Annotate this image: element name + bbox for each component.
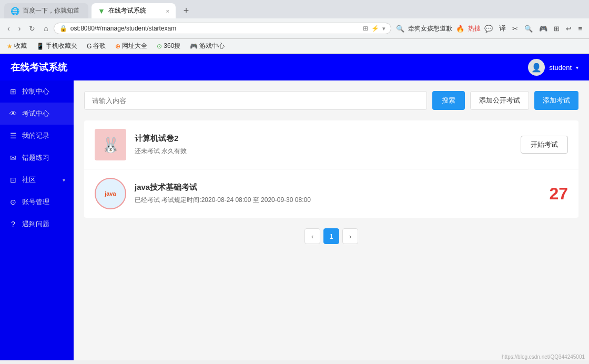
back-btn[interactable]: ‹: [4, 22, 13, 35]
bookmarks-bar: ★ 收藏 📱 手机收藏夹 G 谷歌 ⊕ 网址大全 ⊙ 360搜 🎮 游戏中心: [0, 39, 589, 54]
address-bar-bolt-icon: ⚡: [371, 25, 379, 32]
exam-score: 27: [549, 184, 568, 204]
sidebar-community-left: ⊡ 社区: [8, 175, 36, 185]
home-btn[interactable]: ⌂: [40, 22, 51, 35]
exam-cover-rabbit: 🐰: [95, 129, 126, 160]
sidebar-item-wrong-practice-label: 错题练习: [22, 153, 49, 163]
avatar: 👤: [528, 59, 545, 76]
search-input[interactable]: [84, 91, 427, 110]
sidebar-item-help[interactable]: ? 遇到问题: [0, 213, 74, 235]
sidebar: ⊞ 控制中心 👁 考试中心 ☰ 我的记录 ✉ 错题练习 ⊡ 社区 ▾: [0, 80, 74, 360]
exam-tab-label: 在线考试系统: [108, 6, 146, 15]
my-records-icon: ☰: [8, 132, 18, 140]
pagination: ‹ 1 ›: [84, 228, 578, 244]
rabbit-emoji: 🐰: [101, 136, 120, 154]
exam-title-2: java技术基础考试: [135, 183, 541, 193]
app-container: 在线考试系统 👤 student ▾ ⊞ 控制中心 👁 考试中心 ☰ 我的记录: [0, 54, 589, 360]
exam-action-2: 27: [549, 184, 568, 204]
exam-item-2: java java技术基础考试 已经考试 考试规定时间:2020-08-24 0…: [84, 169, 578, 218]
pagination-next[interactable]: ›: [342, 228, 358, 244]
game-btn[interactable]: 🎮: [536, 23, 550, 35]
search-bar: 搜索 添加公开考试 添加考试: [84, 91, 578, 110]
sidebar-item-community[interactable]: ⊡ 社区 ▾: [0, 169, 74, 191]
sidebar-item-dashboard[interactable]: ⊞ 控制中心: [0, 80, 74, 103]
app-title: 在线考试系统: [11, 61, 67, 74]
browser-chrome: 🌐 百度一下，你就知道 ▼ 在线考试系统 × + ‹ › ↻ ⌂ 🔒 ost:8…: [0, 0, 589, 54]
sidebar-item-account[interactable]: ⊙ 账号管理: [0, 191, 74, 213]
bookmark-star[interactable]: ★ 收藏: [4, 41, 29, 52]
360-icon: ⊙: [157, 43, 162, 50]
tab-baidu[interactable]: 🌐 百度一下，你就知道: [4, 3, 88, 18]
exam-tab-icon: ▼: [98, 7, 105, 15]
user-toolbar-btn[interactable]: 🔍: [522, 23, 535, 35]
app-header: 在线考试系统 👤 student ▾: [0, 54, 589, 80]
hot-search-btn[interactable]: 🔥: [453, 23, 467, 35]
exam-info-1: 计算机试卷2 还未考试 永久有效: [135, 134, 512, 156]
bookmark-mobile[interactable]: 📱 手机收藏夹: [34, 41, 80, 52]
hao-icon: ⊕: [115, 43, 120, 50]
sidebar-item-dashboard-label: 控制中心: [22, 87, 49, 96]
undo-btn[interactable]: ↩: [563, 23, 574, 35]
bookmark-google[interactable]: G 谷歌: [84, 41, 108, 52]
account-icon: ⊙: [8, 198, 18, 206]
community-icon: ⊡: [8, 176, 18, 184]
grid-btn[interactable]: ⊞: [551, 23, 562, 35]
address-bar[interactable]: 🔒 ost:8080/#/manage/student/startexam ⊞ …: [54, 23, 392, 34]
address-text: ost:8080/#/manage/student/startexam: [70, 25, 360, 32]
pagination-page-1[interactable]: 1: [323, 228, 339, 244]
search-query-text: 牵狗女孩想道歉: [408, 24, 452, 33]
bookmark-game-label: 游戏中心: [199, 42, 225, 50]
bookmark-hao[interactable]: ⊕ 网址大全: [113, 41, 150, 52]
bookmark-mobile-label: 手机收藏夹: [46, 42, 77, 50]
sidebar-item-account-label: 账号管理: [22, 197, 49, 207]
user-dropdown-arrow[interactable]: ▾: [576, 65, 578, 70]
add-exam-button[interactable]: 添加考试: [534, 91, 578, 110]
site-icon: 🔒: [59, 25, 67, 32]
exam-action-1: 开始考试: [521, 136, 568, 154]
browser-toolbar: ‹ › ↻ ⌂ 🔒 ost:8080/#/manage/student/star…: [0, 18, 589, 39]
game-bookmark-icon: 🎮: [190, 43, 198, 50]
pagination-prev[interactable]: ‹: [304, 228, 320, 244]
tab-exam-system[interactable]: ▼ 在线考试系统 ×: [92, 3, 176, 18]
sidebar-item-my-records-label: 我的记录: [22, 131, 49, 140]
google-icon: G: [87, 43, 92, 50]
refresh-btn[interactable]: ↻: [26, 22, 38, 35]
wrong-practice-icon: ✉: [8, 154, 18, 162]
add-public-exam-button[interactable]: 添加公开考试: [470, 91, 529, 110]
start-exam-button[interactable]: 开始考试: [521, 136, 568, 154]
header-right: 👤 student ▾: [528, 59, 578, 76]
browser-titlebar: 🌐 百度一下，你就知道 ▼ 在线考试系统 × +: [0, 0, 589, 18]
menu-btn[interactable]: ≡: [575, 23, 585, 35]
dashboard-icon: ⊞: [8, 87, 18, 96]
sidebar-item-exam-center-label: 考试中心: [22, 109, 49, 118]
exam-item: 🐰 计算机试卷2 还未考试 永久有效 开始考试: [84, 120, 578, 169]
bookmark-360-label: 360搜: [164, 42, 180, 50]
sidebar-item-my-records[interactable]: ☰ 我的记录: [0, 125, 74, 147]
scissors-btn[interactable]: ✂: [510, 23, 521, 35]
java-cover-text: java: [105, 190, 116, 197]
bookmark-360[interactable]: ⊙ 360搜: [154, 41, 183, 52]
forward-btn[interactable]: ›: [15, 22, 24, 35]
baidu-tab-label: 百度一下，你就知道: [23, 6, 79, 15]
tab-close-btn[interactable]: ×: [166, 8, 169, 14]
exam-list: 🐰 计算机试卷2 还未考试 永久有效 开始考试 java: [84, 120, 578, 218]
mobile-icon: 📱: [36, 43, 44, 50]
app-body: ⊞ 控制中心 👁 考试中心 ☰ 我的记录 ✉ 错题练习 ⊡ 社区 ▾: [0, 80, 589, 360]
search-button[interactable]: 搜索: [432, 91, 465, 110]
sidebar-item-exam-center[interactable]: 👁 考试中心: [0, 103, 74, 125]
sidebar-item-help-label: 遇到问题: [22, 219, 49, 229]
sidebar-item-wrong-practice[interactable]: ✉ 错题练习: [0, 147, 74, 169]
star-icon: ★: [7, 43, 13, 50]
exam-center-icon: 👁: [8, 109, 18, 118]
translate-btn[interactable]: 译: [496, 22, 509, 35]
bookmark-star-label: 收藏: [14, 42, 27, 50]
exam-cover-java: java: [95, 178, 126, 209]
new-tab-btn[interactable]: +: [179, 4, 194, 18]
avatar-icon: 👤: [531, 63, 542, 73]
exam-status-1: 还未考试 永久有效: [135, 147, 512, 156]
wechat-btn[interactable]: 💬: [482, 23, 495, 35]
search-toolbar-btn[interactable]: 🔍: [393, 23, 407, 35]
bookmark-game[interactable]: 🎮 游戏中心: [187, 41, 227, 52]
address-bar-down-icon: ▾: [382, 25, 385, 32]
exam-status-2: 已经考试 考试规定时间:2020-08-24 08:00 至 2020-09-3…: [135, 196, 541, 205]
